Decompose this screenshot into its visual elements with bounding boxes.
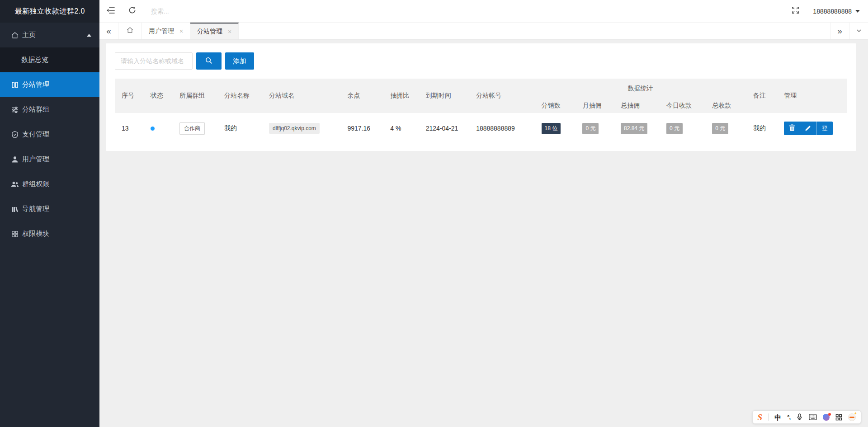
sidebar-item-label: 导航管理 bbox=[22, 205, 49, 213]
microphone-icon[interactable] bbox=[796, 413, 803, 421]
col-header-balance: 余点 bbox=[340, 79, 383, 113]
col-header-total-commission: 总抽佣 bbox=[614, 99, 660, 113]
tabbar-spacer bbox=[239, 23, 830, 39]
caret-down-icon bbox=[855, 10, 860, 13]
keyboard-icon[interactable] bbox=[809, 414, 817, 420]
domain-tag[interactable]: dlffjq02.qkvip.com bbox=[269, 123, 320, 134]
tab-user-management[interactable]: 用户管理 × bbox=[142, 23, 190, 39]
col-header-today-income: 今日收款 bbox=[660, 99, 705, 113]
sliders-icon bbox=[11, 106, 19, 114]
ime-language-mode-toggle[interactable]: 中 bbox=[774, 414, 781, 421]
users-icon bbox=[11, 180, 19, 188]
tabs-scroll-right-button[interactable]: » bbox=[830, 23, 849, 39]
sidebar-item-group-permissions[interactable]: 群组权限 bbox=[0, 172, 99, 197]
menu-fold-icon bbox=[106, 7, 115, 16]
col-group-header-statistics: 数据统计 bbox=[535, 79, 746, 99]
search-input[interactable] bbox=[150, 7, 259, 15]
sidebar-item-site-groups[interactable]: 分站群组 bbox=[0, 97, 99, 122]
sogou-logo-icon[interactable]: S bbox=[758, 413, 763, 422]
tabs-scroll-left-button[interactable]: « bbox=[99, 23, 118, 39]
ime-skin-icon[interactable] bbox=[823, 414, 830, 421]
sidebar-item-label: 主页 bbox=[22, 31, 36, 39]
pencil-icon bbox=[805, 125, 811, 132]
col-header-distributors: 分销数 bbox=[535, 99, 576, 113]
login-button[interactable]: 登 bbox=[816, 122, 833, 135]
cell-balance: 9917.16 bbox=[340, 113, 383, 144]
col-header-account: 分站帐号 bbox=[469, 79, 534, 113]
home-outline-icon bbox=[126, 26, 134, 36]
home-tab-button[interactable] bbox=[118, 23, 142, 39]
col-header-status: 状态 bbox=[144, 79, 173, 113]
edit-button[interactable] bbox=[800, 122, 816, 135]
user-icon bbox=[11, 155, 19, 164]
sparkle: ✦ bbox=[854, 412, 857, 416]
ime-toolbar: S 中 °, ✦ bbox=[752, 410, 861, 424]
columns-icon bbox=[11, 81, 19, 89]
sidebar-item-label: 群组权限 bbox=[22, 180, 49, 188]
col-header-manage: 管理 bbox=[777, 79, 847, 113]
site-search-button[interactable] bbox=[196, 52, 222, 70]
user-menu[interactable]: 18888888888 bbox=[813, 8, 860, 15]
refresh-button[interactable] bbox=[121, 0, 143, 23]
distributors-badge: 18 位 bbox=[542, 123, 561, 134]
add-site-button[interactable]: 添加 bbox=[225, 52, 254, 70]
sidebar-item-label: 支付管理 bbox=[22, 130, 49, 139]
username-text: 18888888888 bbox=[813, 8, 852, 15]
total-income-badge: 0 元 bbox=[712, 123, 728, 134]
sidebar-item-payment[interactable]: 支付管理 bbox=[0, 122, 99, 147]
sidebar-item-permission-modules[interactable]: 权限模块 bbox=[0, 221, 99, 246]
divider bbox=[768, 413, 769, 421]
col-header-site-name: 分站名称 bbox=[217, 79, 262, 113]
cell-account: 18888888889 bbox=[469, 113, 534, 144]
sites-table: 序号 状态 所属群组 分站名称 分站域名 余点 抽拥比 到期时间 分站帐号 数据… bbox=[115, 79, 847, 144]
shield-check-icon bbox=[11, 131, 19, 139]
ime-emoji-icon[interactable]: ✦ bbox=[848, 413, 856, 421]
magnifier-icon bbox=[205, 56, 213, 66]
chevron-up-icon bbox=[87, 34, 91, 37]
site-filter-input[interactable] bbox=[115, 52, 193, 70]
col-header-domain: 分站域名 bbox=[262, 79, 340, 113]
app-title: 最新独立收款进群2.0 bbox=[0, 0, 99, 23]
sidebar: 最新独立收款进群2.0 主页 数据总览 分站管理 分站群组 支付管理 用户管理 bbox=[0, 0, 99, 427]
table-row: 13 合作商 我的 dlffjq02.qkvip.com 9917.16 4 %… bbox=[115, 113, 847, 144]
chevron-down-icon bbox=[856, 26, 862, 36]
tabbar: « 用户管理 × 分站管理 × » bbox=[99, 23, 868, 40]
cell-rate: 4 % bbox=[383, 113, 419, 144]
cell-expire: 2124-04-21 bbox=[419, 113, 469, 144]
delete-button[interactable] bbox=[784, 122, 800, 135]
collapse-sidebar-button[interactable] bbox=[99, 0, 121, 23]
double-chevron-right-icon: » bbox=[837, 26, 842, 36]
sidebar-item-label: 数据总览 bbox=[21, 56, 48, 64]
tab-site-management[interactable]: 分站管理 × bbox=[190, 23, 239, 39]
fullscreen-button[interactable] bbox=[792, 6, 799, 16]
col-header-seq: 序号 bbox=[115, 79, 144, 113]
today-income-badge: 0 元 bbox=[666, 123, 683, 134]
ime-toolbox-icon[interactable] bbox=[835, 414, 842, 421]
books-icon bbox=[11, 205, 19, 213]
notification-dot bbox=[828, 413, 831, 416]
close-icon[interactable]: × bbox=[179, 28, 183, 34]
close-icon[interactable]: × bbox=[228, 28, 231, 35]
tab-label: 分站管理 bbox=[197, 28, 222, 36]
tabs-menu-button[interactable] bbox=[849, 23, 868, 39]
fullscreen-icon bbox=[792, 6, 799, 16]
site-management-panel: 添加 序号 状态 所属群组 分站名称 bbox=[106, 43, 856, 151]
cell-remark: 我的 bbox=[746, 113, 777, 144]
grid-icon bbox=[11, 230, 19, 238]
sidebar-item-site-management[interactable]: 分站管理 bbox=[0, 72, 99, 97]
double-chevron-left-icon: « bbox=[106, 26, 111, 36]
sidebar-item-users[interactable]: 用户管理 bbox=[0, 147, 99, 172]
status-dot bbox=[151, 127, 155, 131]
topbar: 18888888888 bbox=[99, 0, 868, 23]
sidebar-item-home[interactable]: 主页 bbox=[0, 23, 99, 47]
filter-toolbar: 添加 bbox=[115, 52, 847, 70]
group-tag: 合作商 bbox=[179, 122, 205, 135]
sidebar-item-label: 用户管理 bbox=[22, 155, 49, 164]
sidebar-item-navigation[interactable]: 导航管理 bbox=[0, 197, 99, 221]
ime-punctuation-toggle[interactable]: °, bbox=[787, 414, 790, 420]
sidebar-item-label: 分站管理 bbox=[22, 80, 49, 89]
tab-label: 用户管理 bbox=[149, 27, 174, 35]
trash-icon bbox=[789, 124, 795, 132]
sidebar-item-data-overview[interactable]: 数据总览 bbox=[0, 47, 99, 72]
col-header-remark: 备注 bbox=[746, 79, 777, 113]
